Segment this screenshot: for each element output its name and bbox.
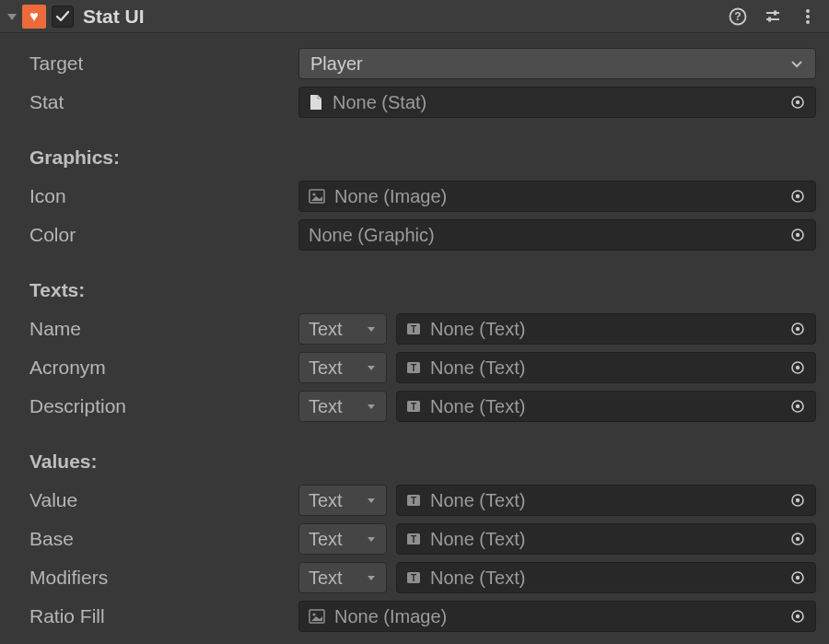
object-picker-button[interactable] xyxy=(788,357,808,378)
foldout-toggle[interactable] xyxy=(4,8,20,25)
modifiers-type-value: Text xyxy=(309,568,343,589)
heart-icon: ♥ xyxy=(29,9,39,24)
modifiers-type-dropdown[interactable]: Text xyxy=(298,562,387,593)
color-object-value: None (Graphic) xyxy=(309,225,435,246)
object-picker-button[interactable] xyxy=(788,225,808,245)
svg-point-6 xyxy=(806,9,810,13)
target-icon xyxy=(790,399,805,414)
object-picker-button[interactable] xyxy=(788,529,808,549)
component-enable-checkbox[interactable] xyxy=(52,6,74,28)
target-icon xyxy=(790,493,805,508)
svg-point-7 xyxy=(806,15,810,18)
svg-rect-5 xyxy=(768,17,771,21)
svg-text:T: T xyxy=(411,573,416,583)
description-object-field[interactable]: T None (Text) xyxy=(396,391,816,422)
field-stat: Stat None (Stat) xyxy=(13,83,816,122)
target-icon xyxy=(790,228,805,242)
svg-point-16 xyxy=(796,233,800,237)
section-graphics-heading: Graphics: xyxy=(13,138,816,177)
help-button[interactable]: ? xyxy=(726,5,750,29)
label-name: Name xyxy=(13,318,298,340)
svg-text:T: T xyxy=(411,534,416,544)
text-type-icon: T xyxy=(406,322,421,336)
text-type-icon: T xyxy=(406,360,421,375)
svg-point-28 xyxy=(796,404,800,408)
svg-rect-3 xyxy=(774,10,776,15)
object-picker-button[interactable] xyxy=(788,92,808,112)
label-icon: Icon xyxy=(13,185,298,207)
triangle-down-icon xyxy=(366,323,377,334)
base-object-value: None (Text) xyxy=(430,529,525,550)
acronym-object-field[interactable]: T None (Text) xyxy=(396,352,816,383)
label-base: Base xyxy=(13,528,298,550)
object-picker-button[interactable] xyxy=(788,490,808,510)
label-ratio-fill: Ratio Fill xyxy=(13,605,298,627)
object-picker-button[interactable] xyxy=(788,396,808,416)
label-color: Color xyxy=(13,224,298,246)
object-picker-button[interactable] xyxy=(788,319,808,339)
text-type-icon: T xyxy=(406,532,421,546)
object-picker-button[interactable] xyxy=(788,186,808,206)
field-value: Value Text T None (Text) xyxy=(13,481,816,520)
svg-point-40 xyxy=(796,576,800,580)
label-description: Description xyxy=(13,395,298,417)
field-target: Target Player xyxy=(13,44,816,83)
chevron-down-icon xyxy=(789,56,804,71)
base-object-field[interactable]: T None (Text) xyxy=(396,523,816,555)
file-icon xyxy=(309,94,323,111)
label-target: Target xyxy=(13,53,298,75)
stat-object-field[interactable]: None (Stat) xyxy=(298,87,816,118)
name-type-value: Text xyxy=(309,319,343,340)
description-type-value: Text xyxy=(309,396,343,417)
svg-text:T: T xyxy=(411,402,416,412)
acronym-object-value: None (Text) xyxy=(430,357,525,379)
stat-object-value: None (Stat) xyxy=(333,92,426,113)
triangle-down-icon xyxy=(366,362,377,373)
presets-button[interactable] xyxy=(761,5,785,29)
object-picker-button[interactable] xyxy=(788,568,808,588)
svg-point-32 xyxy=(796,498,800,502)
svg-point-20 xyxy=(796,327,800,331)
label-value: Value xyxy=(13,489,298,511)
triangle-down-icon xyxy=(366,401,377,412)
acronym-type-value: Text xyxy=(309,357,343,379)
name-type-dropdown[interactable]: Text xyxy=(298,313,387,345)
value-object-value: None (Text) xyxy=(430,490,525,511)
icon-object-field[interactable]: None (Image) xyxy=(298,181,816,212)
kebab-icon xyxy=(799,7,817,26)
help-icon: ? xyxy=(729,7,747,26)
context-menu-button[interactable] xyxy=(796,5,820,29)
modifiers-object-field[interactable]: T None (Text) xyxy=(396,562,816,593)
ratio-fill-object-value: None (Image) xyxy=(334,606,447,627)
field-description: Description Text T None (Text) xyxy=(13,387,816,426)
svg-text:T: T xyxy=(411,324,416,334)
target-dropdown[interactable]: Player xyxy=(298,48,816,79)
base-type-dropdown[interactable]: Text xyxy=(298,523,387,555)
svg-point-36 xyxy=(796,537,800,541)
triangle-down-icon xyxy=(366,572,377,583)
svg-point-24 xyxy=(796,366,800,369)
triangle-down-icon xyxy=(6,10,18,23)
label-acronym: Acronym xyxy=(13,357,298,379)
color-object-field[interactable]: None (Graphic) xyxy=(298,219,816,251)
field-ratio-fill: Ratio Fill None (Image) xyxy=(13,597,816,636)
svg-text:T: T xyxy=(411,496,416,506)
svg-point-10 xyxy=(796,100,800,104)
target-icon xyxy=(790,189,805,204)
component-header: ♥ Stat UI ? xyxy=(0,0,829,33)
description-type-dropdown[interactable]: Text xyxy=(298,391,387,422)
value-type-dropdown[interactable]: Text xyxy=(298,485,387,516)
description-object-value: None (Text) xyxy=(430,396,525,417)
modifiers-object-value: None (Text) xyxy=(430,568,525,589)
name-object-field[interactable]: T None (Text) xyxy=(396,313,816,345)
target-icon xyxy=(790,609,805,624)
value-object-field[interactable]: T None (Text) xyxy=(396,485,816,516)
check-icon xyxy=(54,8,71,25)
acronym-type-dropdown[interactable]: Text xyxy=(298,352,387,383)
target-icon xyxy=(790,570,805,585)
ratio-fill-object-field[interactable]: None (Image) xyxy=(298,601,816,632)
field-icon: Icon None (Image) xyxy=(13,177,816,216)
triangle-down-icon xyxy=(366,495,377,506)
object-picker-button[interactable] xyxy=(788,606,808,626)
sliders-icon xyxy=(764,7,782,26)
